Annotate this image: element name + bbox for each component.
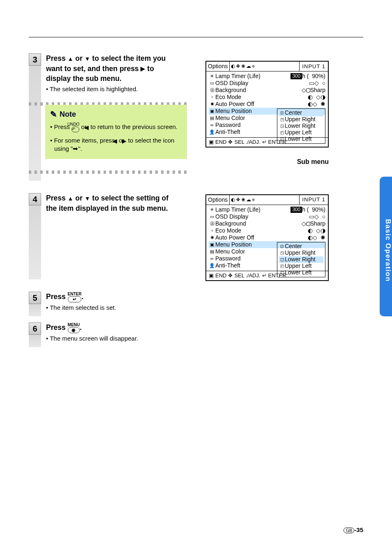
undo-key-icon: UNDO↶: [71, 122, 79, 132]
note-bullet-2: • For some items, press ◀ or ▶ to select…: [50, 136, 182, 153]
note-heading: ✎ Note: [50, 109, 182, 120]
menu-key-icon: MENU◉: [68, 323, 80, 333]
step-bar-6: [29, 335, 41, 347]
step3-title: Press ▲ or ▼ to select the item you want…: [46, 53, 178, 84]
osd-submenu-1: ⊡Center ◳Upper Right ◲Lower Right ◰Upper…: [277, 108, 325, 144]
osd-screenshot-2: Options ◐❖❀☁⎆ INPUT 1 ☀Lamp Timer (Life)…: [205, 194, 329, 281]
side-tab: Basic Operation: [380, 177, 392, 316]
step-number-4: 4: [29, 193, 41, 205]
up-arrow-icon: ▲: [68, 55, 74, 63]
step6-title: Press MENU◉.: [46, 323, 178, 333]
step-bar-3: [29, 66, 41, 181]
osd-submenu-2: ⊡Center ◳Upper Right ◲Lower Right ◰Upper…: [277, 242, 325, 277]
page-footer: GB-35: [344, 526, 363, 533]
osd-screenshot-1: Options ◐❖❀☁⎆ INPUT 1 ☀Lamp Timer (Life)…: [205, 61, 329, 147]
step-bar-4: [29, 205, 41, 279]
page-number: -35: [354, 526, 363, 533]
step4-title: Press ▲ or ▼ to select the setting of th…: [46, 193, 178, 213]
step5-title: Press ENTER↵.: [46, 292, 178, 302]
osd-header-icons: ◐❖❀☁⎆: [229, 62, 300, 71]
step3-sub: • The selected item is highlighted.: [46, 85, 178, 93]
right-arrow-icon: ▶: [141, 65, 145, 73]
down-arrow-icon: ▼: [85, 55, 90, 63]
note-bullet-1: • Press UNDO↶ or ◀ to return to the prev…: [50, 122, 182, 132]
pointer-arrow-icon: ➡: [73, 145, 78, 152]
up-arrow-icon: ▲: [68, 195, 74, 203]
submenu-caption: Sub menu: [205, 158, 329, 166]
osd-input-label: INPUT 1: [300, 63, 328, 70]
region-badge: GB: [344, 528, 354, 533]
note-box: ✎ Note • Press UNDO↶ or ◀ to return to t…: [45, 105, 187, 159]
step-number-6: 6: [29, 323, 41, 335]
note-icon: ✎: [50, 109, 57, 120]
enter-key-icon: ENTER↵: [68, 292, 82, 302]
down-arrow-icon: ▼: [85, 195, 90, 203]
step-number-3: 3: [29, 53, 41, 66]
step5-sub: • The item selected is set.: [46, 304, 178, 312]
step-number-5: 5: [29, 292, 41, 304]
step-bar-5: [29, 304, 41, 316]
step6-sub: • The menu screen will disappear.: [46, 334, 178, 343]
osd-title: Options: [206, 63, 229, 70]
